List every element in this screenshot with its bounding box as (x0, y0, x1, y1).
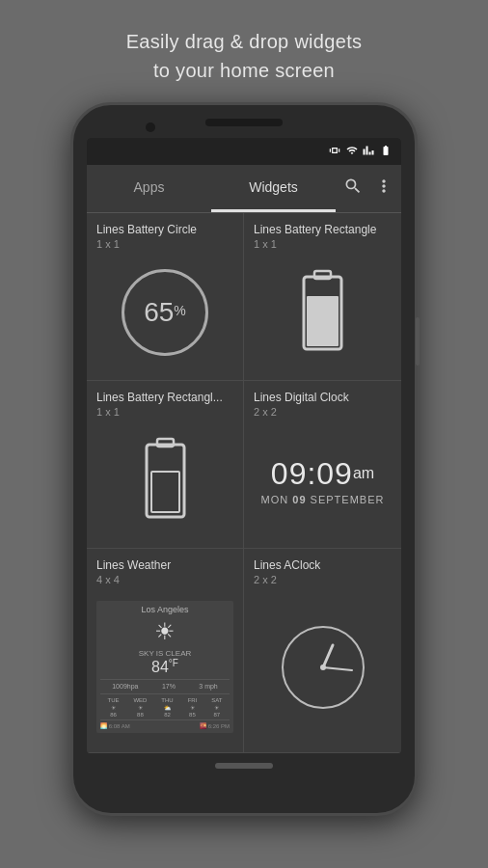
phone-screen: Apps Widgets (87, 138, 401, 753)
forecast-wed: WED☀88 (133, 697, 147, 718)
top-text-line1: Easily drag & drop widgets (126, 31, 363, 52)
status-icons (328, 144, 393, 159)
phone-outer: Apps Widgets (70, 102, 418, 816)
phone-speaker (205, 119, 283, 126)
widget-size-digital-clock: 2 x 2 (254, 406, 392, 418)
widget-cell-weather[interactable]: Lines Weather 4 x 4 Los Angeles ☀ SKY IS… (87, 549, 244, 753)
widget-preview-weather: Los Angeles ☀ SKY IS CLEAR 84°F 1009hpa … (96, 593, 233, 741)
weather-sun-times: 🌅 6:08 AM 🌇 6:26 PM (100, 719, 230, 729)
svg-rect-5 (151, 472, 179, 512)
widget-title-weather: Lines Weather (96, 558, 233, 574)
svg-rect-1 (314, 271, 331, 279)
widget-size-weather: 4 x 4 (96, 574, 233, 585)
widget-size-analog-clock: 2 x 2 (254, 574, 392, 585)
widget-size-battery-circle: 1 x 1 (96, 238, 233, 250)
weather-pressure: 1009hpa (112, 683, 138, 690)
widget-preview-battery-rect-full (254, 258, 392, 369)
more-icon[interactable] (374, 176, 393, 201)
battery-circle-shape: 65% (122, 269, 208, 356)
widget-preview-battery-rect-empty (96, 425, 233, 537)
widget-grid: Lines Battery Circle 1 x 1 65% Lines Bat… (87, 213, 401, 753)
digital-clock-time: 09:09am (271, 456, 374, 492)
weather-stats: 1009hpa 17% 3 mph (100, 679, 230, 690)
forecast-tue: TUE☀86 (107, 697, 119, 718)
weather-sun-icon: ☀ (100, 618, 230, 645)
weather-condition: SKY IS CLEAR (100, 649, 230, 658)
weather-humidity: 17% (162, 683, 176, 690)
sunrise-time: 🌅 6:08 AM (100, 722, 130, 729)
phone-camera (146, 122, 155, 132)
widget-cell-battery-rect-empty[interactable]: Lines Battery Rectangl... 1 x 1 (87, 381, 244, 549)
widget-title-battery-circle: Lines Battery Circle (96, 223, 233, 238)
status-bar (87, 138, 401, 165)
weather-card: Los Angeles ☀ SKY IS CLEAR 84°F 1009hpa … (96, 601, 233, 733)
widget-size-battery-rect-empty: 1 x 1 (96, 406, 233, 418)
battery-rect-full-svg (296, 267, 349, 359)
widget-cell-battery-rect-full[interactable]: Lines Battery Rectangle 1 x 1 (244, 213, 401, 381)
phone-home-indicator (215, 763, 273, 769)
svg-line-7 (323, 645, 333, 667)
tab-widgets-label: Widgets (249, 179, 298, 195)
forecast-thu: THU⛅82 (161, 697, 173, 718)
weather-forecast: TUE☀86 WED☀88 THU⛅82 FRI☀85 SAT☀87 (100, 693, 230, 718)
tab-apps-label: Apps (134, 179, 165, 195)
tab-widgets[interactable]: Widgets (211, 165, 336, 212)
battery-rect-empty-svg (139, 435, 192, 527)
digital-clock-date: MON 09 SEPTEMBER (261, 494, 385, 505)
digital-clock-display: 09:09am MON 09 SEPTEMBER (261, 456, 385, 505)
widget-preview-digital-clock: 09:09am MON 09 SEPTEMBER (254, 425, 392, 537)
tab-actions (336, 165, 401, 212)
svg-point-9 (320, 665, 326, 670)
svg-rect-2 (307, 296, 339, 346)
widget-cell-analog-clock[interactable]: Lines AClock 2 x 2 (244, 549, 401, 753)
top-text: Easily drag & drop widgets to your home … (126, 27, 363, 85)
widget-preview-battery-circle: 65% (96, 258, 233, 369)
tabs-bar: Apps Widgets (87, 165, 401, 213)
svg-rect-4 (157, 439, 174, 447)
widget-title-analog-clock: Lines AClock (254, 558, 392, 574)
battery-circle-value: 65% (144, 297, 186, 328)
widget-cell-battery-circle[interactable]: Lines Battery Circle 1 x 1 65% (87, 213, 244, 381)
tab-apps[interactable]: Apps (87, 165, 211, 212)
weather-wind: 3 mph (199, 683, 217, 690)
battery-icon (378, 145, 393, 158)
widget-cell-digital-clock[interactable]: Lines Digital Clock 2 x 2 09:09am MON 09… (244, 381, 401, 549)
weather-city: Los Angeles (100, 605, 230, 614)
phone-side-button (416, 317, 420, 366)
widget-title-digital-clock: Lines Digital Clock (254, 391, 392, 406)
top-text-line2: to your home screen (153, 60, 335, 81)
widget-size-battery-rect-full: 1 x 1 (254, 238, 392, 250)
svg-line-8 (323, 667, 352, 670)
widget-preview-analog-clock (254, 593, 392, 741)
forecast-sat: SAT☀87 (211, 697, 222, 718)
wifi-icon (345, 145, 359, 158)
forecast-fri: FRI☀85 (188, 697, 198, 718)
sunset-time: 🌇 6:26 PM (200, 722, 230, 729)
signal-icon (363, 145, 374, 158)
analog-clock-svg (280, 624, 366, 711)
search-icon[interactable] (343, 176, 363, 201)
weather-temperature: 84°F (100, 658, 230, 676)
widget-title-battery-rect-empty: Lines Battery Rectangl... (96, 391, 233, 406)
vibrate-icon (328, 144, 341, 159)
widget-title-battery-rect-full: Lines Battery Rectangle (254, 223, 392, 238)
